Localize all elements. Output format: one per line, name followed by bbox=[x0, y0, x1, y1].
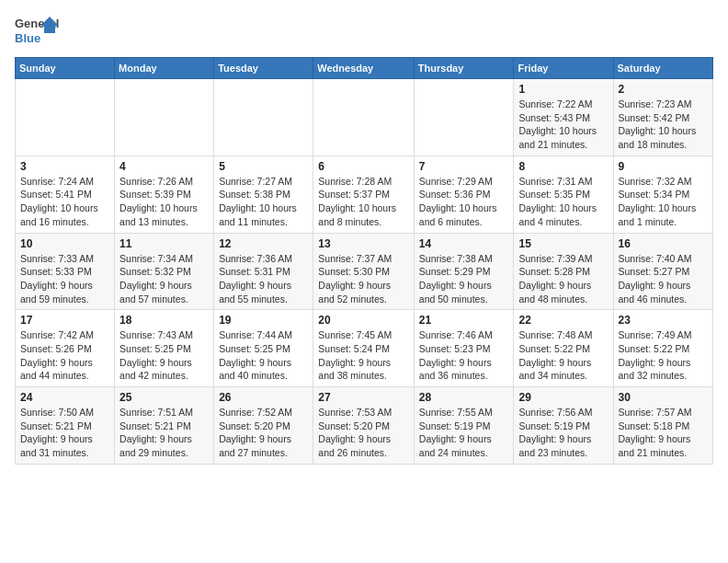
day-number: 9 bbox=[619, 160, 708, 173]
day-cell-4: 4Sunrise: 7:26 AMSunset: 5:39 PMDaylight… bbox=[115, 155, 214, 233]
day-cell-29: 29Sunrise: 7:56 AMSunset: 5:19 PMDayligh… bbox=[514, 387, 613, 465]
day-number: 12 bbox=[219, 237, 308, 250]
empty-cell bbox=[313, 79, 415, 156]
day-cell-6: 6Sunrise: 7:28 AMSunset: 5:37 PMDaylight… bbox=[313, 155, 415, 233]
day-cell-23: 23Sunrise: 7:49 AMSunset: 5:22 PMDayligh… bbox=[613, 310, 712, 387]
day-number: 20 bbox=[318, 314, 409, 327]
day-number: 27 bbox=[318, 391, 409, 404]
day-info: Sunrise: 7:46 AMSunset: 5:23 PMDaylight:… bbox=[419, 328, 509, 383]
day-number: 14 bbox=[419, 237, 509, 250]
week-row-4: 24Sunrise: 7:50 AMSunset: 5:21 PMDayligh… bbox=[16, 387, 713, 465]
day-info: Sunrise: 7:29 AMSunset: 5:36 PMDaylight:… bbox=[419, 175, 509, 229]
day-info: Sunrise: 7:50 AMSunset: 5:21 PMDaylight:… bbox=[20, 406, 109, 460]
day-info: Sunrise: 7:57 AMSunset: 5:18 PMDaylight:… bbox=[619, 406, 708, 460]
day-info: Sunrise: 7:40 AMSunset: 5:27 PMDaylight:… bbox=[619, 252, 708, 306]
day-cell-24: 24Sunrise: 7:50 AMSunset: 5:21 PMDayligh… bbox=[16, 387, 115, 465]
weekday-header-saturday: Saturday bbox=[613, 58, 712, 79]
week-row-0: 1Sunrise: 7:22 AMSunset: 5:43 PMDaylight… bbox=[16, 79, 713, 156]
day-number: 6 bbox=[318, 160, 409, 173]
day-number: 3 bbox=[20, 160, 109, 173]
day-number: 23 bbox=[619, 314, 708, 327]
day-cell-16: 16Sunrise: 7:40 AMSunset: 5:27 PMDayligh… bbox=[613, 233, 712, 310]
weekday-header-thursday: Thursday bbox=[414, 58, 514, 79]
day-number: 11 bbox=[119, 237, 209, 250]
day-info: Sunrise: 7:37 AMSunset: 5:30 PMDaylight:… bbox=[318, 252, 409, 306]
day-number: 30 bbox=[619, 391, 708, 404]
day-info: Sunrise: 7:36 AMSunset: 5:31 PMDaylight:… bbox=[219, 252, 308, 306]
empty-cell bbox=[115, 79, 214, 156]
day-cell-1: 1Sunrise: 7:22 AMSunset: 5:43 PMDaylight… bbox=[514, 79, 613, 156]
day-number: 19 bbox=[219, 314, 308, 327]
day-cell-17: 17Sunrise: 7:42 AMSunset: 5:26 PMDayligh… bbox=[16, 310, 115, 387]
day-number: 24 bbox=[20, 391, 109, 404]
day-info: Sunrise: 7:52 AMSunset: 5:20 PMDaylight:… bbox=[219, 406, 308, 460]
weekday-header-sunday: Sunday bbox=[16, 58, 115, 79]
week-row-2: 10Sunrise: 7:33 AMSunset: 5:33 PMDayligh… bbox=[16, 233, 713, 310]
day-number: 17 bbox=[20, 314, 109, 327]
day-number: 26 bbox=[219, 391, 308, 404]
day-info: Sunrise: 7:27 AMSunset: 5:38 PMDaylight:… bbox=[219, 175, 308, 229]
day-number: 15 bbox=[518, 237, 608, 250]
day-info: Sunrise: 7:34 AMSunset: 5:32 PMDaylight:… bbox=[119, 252, 209, 306]
weekday-header-wednesday: Wednesday bbox=[313, 58, 415, 79]
day-number: 10 bbox=[20, 237, 109, 250]
day-info: Sunrise: 7:53 AMSunset: 5:20 PMDaylight:… bbox=[318, 406, 409, 460]
empty-cell bbox=[214, 79, 313, 156]
day-cell-18: 18Sunrise: 7:43 AMSunset: 5:25 PMDayligh… bbox=[115, 310, 214, 387]
day-info: Sunrise: 7:33 AMSunset: 5:33 PMDaylight:… bbox=[20, 252, 109, 306]
week-row-1: 3Sunrise: 7:24 AMSunset: 5:41 PMDaylight… bbox=[16, 155, 713, 233]
day-cell-7: 7Sunrise: 7:29 AMSunset: 5:36 PMDaylight… bbox=[414, 155, 514, 233]
day-info: Sunrise: 7:31 AMSunset: 5:35 PMDaylight:… bbox=[518, 175, 608, 229]
day-cell-22: 22Sunrise: 7:48 AMSunset: 5:22 PMDayligh… bbox=[514, 310, 613, 387]
day-info: Sunrise: 7:43 AMSunset: 5:25 PMDaylight:… bbox=[119, 328, 209, 383]
day-info: Sunrise: 7:42 AMSunset: 5:26 PMDaylight:… bbox=[20, 328, 109, 383]
day-cell-3: 3Sunrise: 7:24 AMSunset: 5:41 PMDaylight… bbox=[16, 155, 115, 233]
day-cell-30: 30Sunrise: 7:57 AMSunset: 5:18 PMDayligh… bbox=[613, 387, 712, 465]
day-info: Sunrise: 7:26 AMSunset: 5:39 PMDaylight:… bbox=[119, 175, 209, 229]
day-number: 22 bbox=[518, 314, 608, 327]
weekday-header-monday: Monday bbox=[115, 58, 214, 79]
day-info: Sunrise: 7:28 AMSunset: 5:37 PMDaylight:… bbox=[318, 175, 409, 229]
empty-cell bbox=[414, 79, 514, 156]
header-row: SundayMondayTuesdayWednesdayThursdayFrid… bbox=[16, 58, 713, 79]
day-cell-14: 14Sunrise: 7:38 AMSunset: 5:29 PMDayligh… bbox=[414, 233, 514, 310]
day-info: Sunrise: 7:44 AMSunset: 5:25 PMDaylight:… bbox=[219, 328, 308, 383]
day-info: Sunrise: 7:56 AMSunset: 5:19 PMDaylight:… bbox=[518, 406, 608, 460]
day-info: Sunrise: 7:45 AMSunset: 5:24 PMDaylight:… bbox=[318, 328, 409, 383]
day-cell-9: 9Sunrise: 7:32 AMSunset: 5:34 PMDaylight… bbox=[613, 155, 712, 233]
day-info: Sunrise: 7:39 AMSunset: 5:28 PMDaylight:… bbox=[518, 252, 608, 306]
day-cell-28: 28Sunrise: 7:55 AMSunset: 5:19 PMDayligh… bbox=[414, 387, 514, 465]
day-number: 2 bbox=[619, 83, 708, 96]
logo-icon: GeneralBlue bbox=[15, 15, 61, 48]
page: GeneralBlue SundayMondayTuesdayWednesday… bbox=[0, 0, 728, 476]
day-number: 18 bbox=[119, 314, 209, 327]
day-info: Sunrise: 7:55 AMSunset: 5:19 PMDaylight:… bbox=[419, 406, 509, 460]
day-cell-27: 27Sunrise: 7:53 AMSunset: 5:20 PMDayligh… bbox=[313, 387, 415, 465]
day-number: 7 bbox=[419, 160, 509, 173]
day-number: 5 bbox=[219, 160, 308, 173]
week-row-3: 17Sunrise: 7:42 AMSunset: 5:26 PMDayligh… bbox=[16, 310, 713, 387]
day-info: Sunrise: 7:51 AMSunset: 5:21 PMDaylight:… bbox=[119, 406, 209, 460]
day-number: 1 bbox=[518, 83, 608, 96]
day-number: 25 bbox=[119, 391, 209, 404]
day-cell-8: 8Sunrise: 7:31 AMSunset: 5:35 PMDaylight… bbox=[514, 155, 613, 233]
calendar-header: SundayMondayTuesdayWednesdayThursdayFrid… bbox=[16, 58, 713, 79]
day-number: 28 bbox=[419, 391, 509, 404]
day-cell-5: 5Sunrise: 7:27 AMSunset: 5:38 PMDaylight… bbox=[214, 155, 313, 233]
day-info: Sunrise: 7:49 AMSunset: 5:22 PMDaylight:… bbox=[619, 328, 708, 383]
svg-text:Blue: Blue bbox=[15, 31, 40, 45]
day-info: Sunrise: 7:48 AMSunset: 5:22 PMDaylight:… bbox=[518, 328, 608, 383]
day-cell-11: 11Sunrise: 7:34 AMSunset: 5:32 PMDayligh… bbox=[115, 233, 214, 310]
day-cell-10: 10Sunrise: 7:33 AMSunset: 5:33 PMDayligh… bbox=[16, 233, 115, 310]
day-info: Sunrise: 7:38 AMSunset: 5:29 PMDaylight:… bbox=[419, 252, 509, 306]
day-number: 13 bbox=[318, 237, 409, 250]
day-cell-26: 26Sunrise: 7:52 AMSunset: 5:20 PMDayligh… bbox=[214, 387, 313, 465]
day-number: 8 bbox=[518, 160, 608, 173]
day-info: Sunrise: 7:22 AMSunset: 5:43 PMDaylight:… bbox=[518, 98, 608, 152]
day-number: 4 bbox=[119, 160, 209, 173]
weekday-header-friday: Friday bbox=[514, 58, 613, 79]
calendar-body: 1Sunrise: 7:22 AMSunset: 5:43 PMDaylight… bbox=[16, 79, 713, 465]
day-cell-12: 12Sunrise: 7:36 AMSunset: 5:31 PMDayligh… bbox=[214, 233, 313, 310]
day-number: 16 bbox=[619, 237, 708, 250]
logo: GeneralBlue bbox=[15, 15, 61, 48]
